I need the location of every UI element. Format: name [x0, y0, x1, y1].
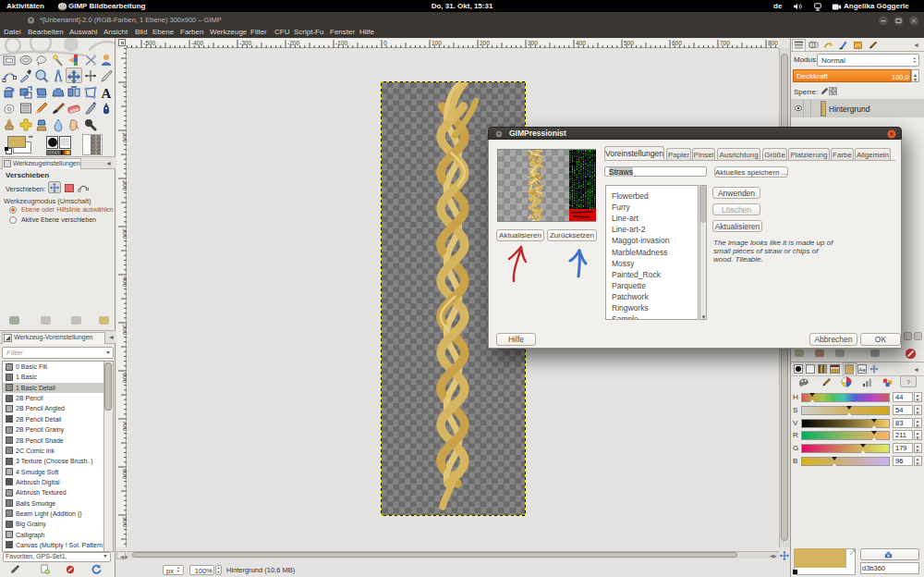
svg-text:600: 600	[672, 40, 682, 46]
svg-text:0: 0	[122, 84, 128, 88]
svg-text:-500: -500	[143, 40, 155, 46]
svg-text:500: 500	[624, 40, 634, 46]
svg-text:300: 300	[122, 228, 128, 239]
svg-text:700: 700	[122, 421, 128, 431]
svg-text:800: 800	[768, 40, 778, 46]
svg-text:900: 900	[122, 517, 128, 527]
svg-text:100: 100	[432, 40, 442, 46]
svg-text:200: 200	[480, 40, 490, 46]
svg-text:600: 600	[122, 373, 128, 383]
svg-text:400: 400	[576, 40, 586, 46]
svg-text:300: 300	[528, 40, 538, 46]
svg-text:-100: -100	[335, 40, 347, 46]
svg-text:500: 500	[122, 325, 128, 335]
svg-text:200: 200	[122, 180, 128, 190]
svg-text:400: 400	[122, 276, 128, 287]
svg-text:100: 100	[122, 132, 128, 142]
svg-text:800: 800	[122, 469, 128, 479]
svg-text:-400: -400	[191, 40, 203, 46]
svg-text:-300: -300	[239, 40, 251, 46]
svg-text:700: 700	[720, 40, 730, 46]
svg-text:A: A	[102, 85, 112, 100]
svg-text:-200: -200	[287, 40, 299, 46]
svg-text:0: 0	[383, 40, 387, 46]
